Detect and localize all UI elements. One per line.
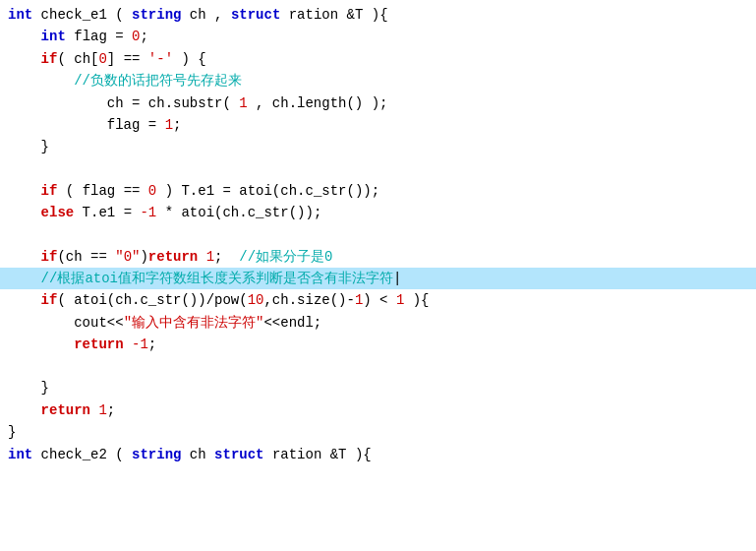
code-line: //根据atoi值和字符数组长度关系判断是否含有非法字符| <box>0 268 756 289</box>
code-token: flag = <box>8 114 165 136</box>
code-token: 10 <box>248 289 264 311</box>
code-token <box>198 246 205 268</box>
code-token: else <box>41 202 75 223</box>
code-token: int <box>8 4 32 26</box>
code-token <box>8 48 41 70</box>
code-line: int flag = 0; <box>0 26 756 47</box>
code-line <box>0 158 756 180</box>
code-line: //负数的话把符号先存起来 <box>0 70 756 92</box>
code-token: return <box>41 399 90 421</box>
code-token: 1 <box>165 114 173 136</box>
code-token: 1 <box>206 246 214 268</box>
code-token: 0 <box>132 26 140 47</box>
code-line: if( atoi(ch.c_str())/pow(10,ch.size()-1)… <box>0 289 756 311</box>
code-line: } <box>0 377 756 398</box>
code-token: return <box>148 246 198 268</box>
code-token: //如果分子是0 <box>239 246 332 268</box>
code-token: 1 <box>239 92 247 114</box>
code-editor: int check_e1 ( string ch , struct ration… <box>0 0 756 551</box>
code-token: check_e1 ( <box>32 4 132 26</box>
code-line: return 1; <box>0 399 756 421</box>
code-token: ; <box>107 399 115 421</box>
code-token: '-' <box>148 48 173 70</box>
code-token: } <box>8 377 49 398</box>
code-token: ) T.e1 = atoi(ch.c_str()); <box>156 180 379 202</box>
code-token: struct <box>214 444 263 465</box>
code-token: (ch == <box>57 246 115 268</box>
code-token: 1 <box>98 399 106 421</box>
code-token: if <box>41 246 58 268</box>
code-line: if(ch == "0")return 1; //如果分子是0 <box>0 246 756 268</box>
code-token: "输入中含有非法字符" <box>124 312 264 334</box>
code-token: , ch.length() ); <box>248 92 388 114</box>
code-line <box>0 224 756 246</box>
code-token <box>8 26 41 47</box>
code-token: ration &T ){ <box>280 4 387 26</box>
code-token: struct <box>231 4 280 26</box>
code-token: ; <box>173 114 181 136</box>
code-token: -1 <box>140 202 156 223</box>
code-token <box>124 334 132 355</box>
code-token: 0 <box>148 180 156 202</box>
code-token: ( flag == <box>57 180 147 202</box>
code-token <box>8 202 41 223</box>
code-token: int <box>8 444 32 465</box>
code-token <box>8 180 41 202</box>
code-token: ( ch[ <box>57 48 98 70</box>
code-token: if <box>41 289 58 311</box>
code-line: } <box>0 136 756 157</box>
code-token: //根据atoi值和字符数组长度关系判断是否含有非法字符 <box>41 268 393 289</box>
code-token: ch , <box>181 4 230 26</box>
code-token: T.e1 = <box>74 202 140 223</box>
code-token: -1 <box>132 334 148 355</box>
code-line: if( ch[0] == '-' ) { <box>0 48 756 70</box>
code-token: ) { <box>173 48 206 70</box>
code-token: ; <box>214 246 239 268</box>
code-token: 1 <box>355 289 363 311</box>
code-token: } <box>8 136 49 157</box>
code-line: } <box>0 421 756 443</box>
code-token: ration &T ){ <box>264 444 372 465</box>
code-token: 0 <box>98 48 106 70</box>
code-token: ch = ch.substr( <box>8 92 239 114</box>
code-line: int check_e1 ( string ch , struct ration… <box>0 4 756 26</box>
code-token: ( atoi(ch.c_str())/pow( <box>57 289 247 311</box>
code-token: if <box>41 48 58 70</box>
code-token: ) <box>140 246 147 268</box>
code-token <box>8 334 74 355</box>
code-line <box>0 355 756 377</box>
code-token: * atoi(ch.c_str()); <box>156 202 321 223</box>
code-token: cout<< <box>8 312 124 334</box>
code-token: //负数的话把符号先存起来 <box>74 70 242 92</box>
code-token <box>8 70 74 92</box>
code-token: flag = <box>66 26 132 47</box>
code-token: check_e2 ( <box>32 444 132 465</box>
code-line: else T.e1 = -1 * atoi(ch.c_str()); <box>0 202 756 223</box>
code-token: int <box>41 26 66 47</box>
code-token: ch <box>181 444 214 465</box>
code-token: if <box>41 180 58 202</box>
code-token: string <box>132 4 181 26</box>
code-token: <<endl; <box>263 312 321 334</box>
code-line: return -1; <box>0 334 756 355</box>
code-token: ) < <box>363 289 396 311</box>
code-token <box>90 399 98 421</box>
code-token: return <box>74 334 123 355</box>
code-line: ch = ch.substr( 1 , ch.length() ); <box>0 92 756 114</box>
code-token <box>8 268 41 289</box>
code-token: | <box>393 268 401 289</box>
code-token <box>8 246 41 268</box>
code-line: flag = 1; <box>0 114 756 136</box>
code-token: ; <box>148 334 156 355</box>
code-token <box>8 289 41 311</box>
code-line: cout<<"输入中含有非法字符"<<endl; <box>0 312 756 334</box>
code-line: int check_e2 ( string ch struct ration &… <box>0 444 756 465</box>
code-line: if ( flag == 0 ) T.e1 = atoi(ch.c_str())… <box>0 180 756 202</box>
code-token <box>8 399 41 421</box>
code-token: ){ <box>404 289 429 311</box>
code-token: } <box>8 421 16 443</box>
code-token: 1 <box>396 289 404 311</box>
code-token: ; <box>140 26 147 47</box>
code-token: ,ch.size()- <box>263 289 354 311</box>
code-token: string <box>132 444 181 465</box>
